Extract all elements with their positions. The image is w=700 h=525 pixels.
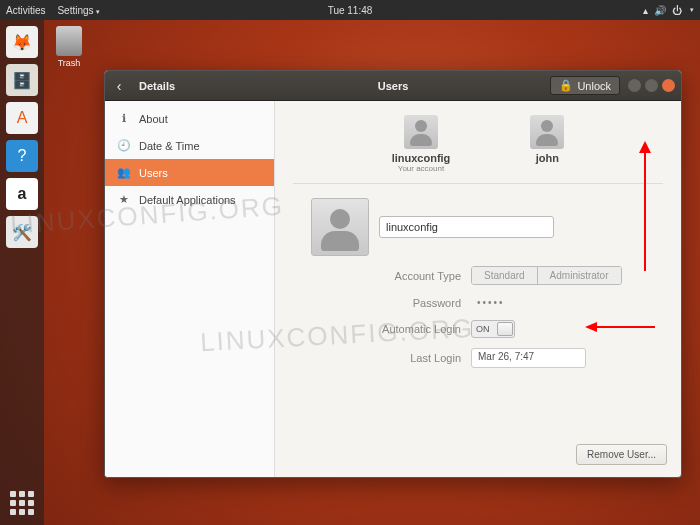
user-name: john	[530, 152, 564, 164]
user-card-john[interactable]: john	[530, 115, 564, 173]
settings-window: ‹ Details Users 🔒 Unlock ℹ About 🕘 Date …	[104, 70, 682, 478]
user-sub: Your account	[392, 164, 451, 173]
trash-desktop-icon[interactable]: Trash	[56, 26, 82, 68]
app-menu[interactable]: Settings▾	[57, 5, 99, 16]
page-title: Users	[378, 80, 409, 92]
dock: 🦊 🗄️ A ? a 🛠️	[0, 20, 44, 525]
password-label: Password	[311, 297, 461, 309]
account-type-standard[interactable]: Standard	[472, 267, 537, 284]
unlock-button[interactable]: 🔒 Unlock	[550, 76, 620, 95]
users-content: linuxconfig Your account john Account Ty…	[275, 101, 681, 477]
password-value[interactable]: •••••	[471, 295, 511, 310]
network-icon: ▴	[643, 5, 648, 16]
trash-icon	[56, 26, 82, 56]
chevron-down-icon: ▾	[690, 6, 694, 14]
account-type-administrator[interactable]: Administrator	[537, 267, 621, 284]
sidebar-item-label: Users	[139, 167, 168, 179]
window-maximize-button[interactable]	[645, 79, 658, 92]
svg-marker-1	[639, 141, 651, 153]
account-type-label: Account Type	[311, 270, 461, 282]
users-icon: 👥	[117, 166, 131, 179]
last-login-value: Mar 26, 7:47	[471, 348, 586, 368]
sidebar-item-users[interactable]: 👥 Users	[105, 159, 274, 186]
remove-user-button[interactable]: Remove User...	[576, 444, 667, 465]
svg-marker-3	[585, 322, 597, 332]
back-button[interactable]: ‹	[105, 78, 133, 94]
window-minimize-button[interactable]	[628, 79, 641, 92]
activities-button[interactable]: Activities	[6, 5, 45, 16]
automatic-login-toggle[interactable]: ON	[471, 320, 515, 338]
avatar-icon	[530, 115, 564, 149]
sidebar-item-datetime[interactable]: 🕘 Date & Time	[105, 132, 274, 159]
lock-icon: 🔒	[559, 79, 573, 92]
dock-app-amazon[interactable]: a	[6, 178, 38, 210]
annotation-arrow-toggle	[585, 319, 655, 337]
trash-label: Trash	[58, 58, 81, 68]
sidebar-item-label: Default Applications	[139, 194, 236, 206]
show-applications-button[interactable]	[10, 491, 34, 515]
last-login-label: Last Login	[311, 352, 461, 364]
top-panel: Activities Settings▾ Tue 11:48 ▴ 🔊 ⏻ ▾	[0, 0, 700, 20]
avatar-icon	[404, 115, 438, 149]
power-icon: ⏻	[672, 5, 682, 16]
user-name-input[interactable]	[379, 216, 554, 238]
sidebar-item-default-apps[interactable]: ★ Default Applications	[105, 186, 274, 213]
section-title: Details	[139, 80, 175, 92]
toggle-knob	[497, 322, 513, 336]
info-icon: ℹ	[117, 112, 131, 125]
volume-icon: 🔊	[654, 5, 666, 16]
window-titlebar: ‹ Details Users 🔒 Unlock	[105, 71, 681, 101]
divider	[293, 183, 663, 184]
settings-sidebar: ℹ About 🕘 Date & Time 👥 Users ★ Default …	[105, 101, 275, 477]
user-name: linuxconfig	[392, 152, 451, 164]
chevron-down-icon: ▾	[96, 8, 100, 15]
automatic-login-label: Automatic Login	[311, 323, 461, 335]
sidebar-item-about[interactable]: ℹ About	[105, 105, 274, 132]
user-card-linuxconfig[interactable]: linuxconfig Your account	[392, 115, 451, 173]
system-status-area[interactable]: ▴ 🔊 ⏻ ▾	[643, 5, 694, 16]
dock-app-help[interactable]: ?	[6, 140, 38, 172]
account-type-selector[interactable]: Standard Administrator	[471, 266, 622, 285]
sidebar-item-label: About	[139, 113, 168, 125]
annotation-arrow-unlock	[637, 141, 653, 275]
window-close-button[interactable]	[662, 79, 675, 92]
dock-app-software[interactable]: A	[6, 102, 38, 134]
clock-icon: 🕘	[117, 139, 131, 152]
user-avatar-button[interactable]	[311, 198, 369, 256]
sidebar-item-label: Date & Time	[139, 140, 200, 152]
star-icon: ★	[117, 193, 131, 206]
dock-app-firefox[interactable]: 🦊	[6, 26, 38, 58]
clock[interactable]: Tue 11:48	[328, 5, 373, 16]
dock-app-settings[interactable]: 🛠️	[6, 216, 38, 248]
dock-app-files[interactable]: 🗄️	[6, 64, 38, 96]
